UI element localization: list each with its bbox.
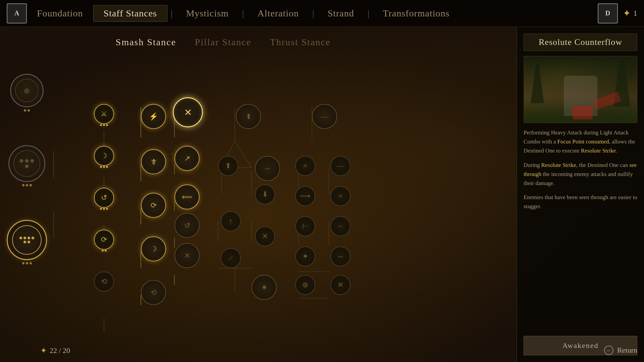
skill-node-l3[interactable]: ↺ (94, 188, 114, 208)
nav-alteration[interactable]: Alteration (247, 5, 309, 21)
skill-node-s2-1-selected[interactable]: ✕ (173, 97, 203, 127)
node-icon-t6l: ⊕ (302, 281, 308, 289)
detail-image (524, 56, 637, 123)
node-icon-l3: ↺ (101, 193, 107, 202)
node-icon-t4r: ~ (338, 222, 342, 231)
node-icon-t5r: ↔ (337, 252, 344, 261)
skill-node-l1[interactable]: ⚔ (94, 104, 114, 124)
skill-node-l4[interactable]: ⟳ (94, 230, 114, 250)
node-icon-t3r: ≈ (338, 192, 342, 200)
node-icon-t6r: ✕ (337, 281, 343, 289)
nav-sep-3: | (309, 8, 318, 19)
detail-title: Resolute Counterflow (524, 34, 637, 51)
skill-count-icon: ✦ (40, 346, 47, 355)
desc-paragraph-2: During Resolute Strike, the Destined One… (524, 161, 637, 188)
node-icon-s1: ⚡ (149, 112, 158, 121)
highlight-see-through: see through (524, 162, 637, 177)
return-button[interactable]: ↩ Return (604, 345, 637, 355)
nav-sep-4: | (364, 8, 373, 19)
node-icon-t2r: — (337, 162, 344, 170)
skill-node-l5[interactable]: ⟲ (94, 272, 114, 292)
nav-right-section: D ✦ 1 (598, 3, 637, 23)
node-icon-t5l: ✦ (302, 252, 308, 261)
thrust-stance-header: Thrust Stance (270, 37, 331, 47)
node-icon-s4: ☽ (150, 245, 157, 253)
node-icon-p2l: ⬆ (225, 162, 231, 170)
pillar-stance-header: Pillar Stance (195, 37, 251, 47)
skill-node-p1[interactable]: ⬆ (236, 104, 261, 129)
highlight-resolute-strike-2: Resolute Strike (541, 162, 576, 168)
skill-node-t5r[interactable]: ↔ (330, 246, 351, 266)
skill-points-display: ✦ 1 (623, 8, 637, 19)
node-icon-p4r: ✕ (262, 232, 268, 241)
nav-mysticism[interactable]: Mysticism (176, 5, 239, 21)
skill-node-t2r[interactable]: — (330, 156, 351, 176)
skill-node-t1[interactable]: — (312, 104, 337, 129)
node-icon-t4l: ⊢ (302, 222, 309, 231)
node-icon-l1: ⚔ (101, 110, 107, 118)
return-icon: ↩ (604, 345, 614, 355)
nav-btn-d[interactable]: D (598, 3, 618, 23)
smash-stance-header: Smash Stance (116, 37, 176, 47)
skill-node-p4l[interactable]: ↑ (221, 211, 241, 231)
skill-node-s3[interactable]: ⟳ (141, 193, 166, 218)
node-icon-p3: ⬇ (262, 190, 268, 199)
skill-node-p4r[interactable]: ✕ (255, 226, 275, 246)
skill-node-p2l[interactable]: ⬆ (218, 156, 238, 176)
node-icon-l5: ⟲ (101, 277, 107, 286)
skill-node-t2l[interactable]: ≡ (295, 156, 315, 176)
nav-btn-a[interactable]: A (7, 3, 27, 23)
node-icon-p4l: ↑ (229, 217, 233, 226)
skill-node-s2-2[interactable]: ↗ (174, 146, 200, 171)
top-navigation: A Foundation Staff Stances | Mysticism |… (0, 0, 644, 27)
node-icon-p6l: ⟋ (227, 254, 234, 262)
skill-node-s2-5[interactable]: ✕ (174, 243, 200, 268)
nav-sep-1: | (167, 8, 176, 19)
detail-panel: Resolute Counterflow (517, 27, 644, 362)
node-icon-s2-2: ↗ (184, 154, 190, 163)
node-icon-l4: ⟳ (101, 235, 107, 244)
node-icon-s5: ⟲ (151, 288, 157, 297)
highlight-resolute-strike-1: Resolute Strike (581, 147, 616, 154)
skill-node-s5[interactable]: ⟲ (141, 280, 166, 305)
skill-node-s2[interactable]: 🗡 (141, 149, 166, 174)
skill-node-t4r[interactable]: ~ (330, 216, 351, 236)
nav-foundation[interactable]: Foundation (27, 5, 93, 21)
node-icon-s2-3: ⟸ (182, 193, 193, 201)
node-icon-s2: 🗡 (150, 158, 157, 166)
skill-node-s2-4[interactable]: ↺ (174, 213, 200, 238)
node-icon-l2: ☽ (101, 152, 107, 160)
skill-node-t5l[interactable]: ✦ (295, 246, 315, 266)
skill-node-p2r[interactable]: ↔ (255, 156, 280, 181)
skill-node-p5[interactable]: ✷ (252, 275, 277, 300)
skill-count-display: ✦ 22 / 20 (40, 346, 70, 355)
skill-node-s2-3[interactable]: ⟸ (174, 184, 200, 209)
bottom-bar: ↩ Return (604, 345, 637, 355)
skill-node-l2[interactable]: ☽ (94, 146, 114, 166)
skill-node-p3[interactable]: ⬇ (255, 184, 275, 204)
skill-node-t6l[interactable]: ⊕ (295, 275, 315, 295)
node-icon-p5: ✷ (261, 283, 267, 292)
skill-node-t6r[interactable]: ✕ (330, 275, 351, 295)
skill-tree-area: Smash Stance Pillar Stance Thrust Stance (0, 27, 517, 362)
nav-staff-stances[interactable]: Staff Stances (93, 5, 167, 22)
nav-strand[interactable]: Strand (318, 5, 364, 21)
skill-node-t4l[interactable]: ⊢ (295, 216, 315, 236)
skill-node-t3l[interactable]: ⟶ (295, 186, 315, 206)
nodes-field: ⚔ ☽ ↺ ⟳ (20, 60, 359, 322)
highlight-focus-point: Focus Point consumed (557, 138, 609, 145)
nav-transformations[interactable]: Transformations (373, 5, 460, 21)
node-icon-t1: — (321, 112, 328, 121)
node-icon-p2r: ↔ (264, 164, 271, 173)
skill-node-p6l[interactable]: ⟋ (221, 248, 241, 268)
detail-description: Performing Heavy Attack during Light Att… (524, 128, 637, 216)
skill-node-s1[interactable]: ⚡ (141, 104, 166, 129)
nav-sep-2: | (239, 8, 248, 19)
skill-count-value: 22 / 20 (50, 346, 70, 355)
node-icon-s2-5: ✕ (184, 251, 190, 260)
skill-node-t3r[interactable]: ≈ (330, 186, 351, 206)
desc-paragraph-1: Performing Heavy Attack during Light Att… (524, 128, 637, 156)
skill-node-s4[interactable]: ☽ (141, 236, 166, 261)
node-icon-s3: ⟳ (151, 201, 157, 210)
stance-headers: Smash Stance Pillar Stance Thrust Stance (7, 37, 510, 48)
